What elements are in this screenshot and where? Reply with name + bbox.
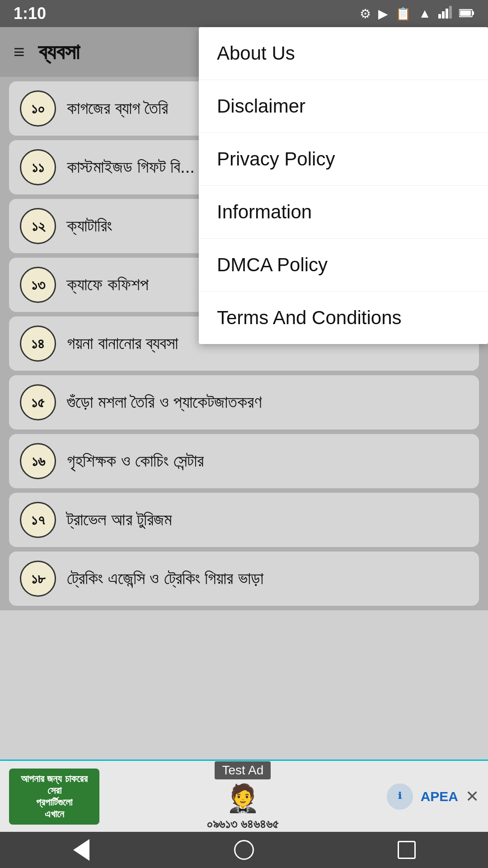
- list-item[interactable]: ১৭ ট্রাভেল আর টুরিজম: [9, 493, 479, 547]
- nav-back-button[interactable]: [63, 836, 99, 863]
- ad-left-text2: প্রপার্টিগুলো: [36, 797, 72, 808]
- list-item[interactable]: ১৮ ট্রেকিং এজেন্সি ও ট্রেকিং গিয়ার ভাড়…: [9, 552, 479, 606]
- item-number-11: ১১: [20, 149, 56, 185]
- item-text-17: ট্রাভেল আর টুরিজম: [67, 510, 172, 530]
- back-icon: [73, 839, 89, 861]
- nav-bar: [0, 832, 488, 868]
- svg-rect-2: [446, 9, 448, 19]
- item-text-10: কাগজের ব্যাগ তৈরি: [67, 99, 168, 118]
- ad-brand-name: APEA: [421, 789, 458, 804]
- item-text-14: গয়না বানানোর ব্যবসা: [67, 334, 178, 354]
- home-icon: [234, 840, 254, 860]
- nav-home-button[interactable]: [226, 836, 262, 863]
- ad-left-section: আপনার জন্য চাকরের সেরা প্রপার্টিগুলো এখা…: [9, 769, 99, 825]
- battery-icon: [459, 6, 474, 21]
- svg-rect-1: [442, 11, 445, 19]
- settings-icon: ⚙: [360, 6, 371, 21]
- item-text-18: ট্রেকিং এজেন্সি ও ট্রেকিং গিয়ার ভাড়া: [67, 569, 263, 589]
- ad-phone: ০৯৬১৩ ৬৪৬৪৬৫: [206, 817, 279, 832]
- item-number-10: ১০: [20, 90, 56, 127]
- svg-rect-5: [472, 11, 474, 15]
- svg-text:ℹ: ℹ: [398, 790, 402, 800]
- item-number-18: ১৮: [20, 561, 56, 597]
- item-number-15: ১৫: [20, 384, 56, 420]
- ad-banner: আপনার জন্য চাকরের সেরা প্রপার্টিগুলো এখা…: [0, 760, 488, 832]
- item-text-16: গৃহশিক্ষক ও কোচিং সেন্টার: [67, 451, 204, 471]
- item-number-16: ১৬: [20, 443, 56, 479]
- svg-rect-0: [438, 14, 441, 19]
- ad-close-button[interactable]: ✕: [465, 787, 479, 806]
- dropdown-menu: About Us Disclaimer Privacy Policy Infor…: [199, 27, 488, 344]
- list-item[interactable]: ১৫ গুঁড়ো মশলা তৈরি ও প্যাকেটজাতকরণ: [9, 375, 479, 429]
- clipboard-icon: 📋: [395, 6, 411, 21]
- item-text-15: গুঁড়ো মশলা তৈরি ও প্যাকেটজাতকরণ: [67, 392, 262, 412]
- svg-rect-3: [449, 6, 452, 19]
- dropdown-item-information[interactable]: Information: [199, 186, 488, 239]
- list-item[interactable]: ১৬ গৃহশিক্ষক ও কোচিং সেন্টার: [9, 434, 479, 488]
- svg-rect-6: [460, 10, 471, 16]
- item-number-13: ১৩: [20, 267, 56, 303]
- item-text-13: ক্যাফে কফিশপ: [67, 275, 149, 295]
- ad-left-text1: আপনার জন্য চাকরের সেরা: [16, 773, 92, 797]
- nav-recent-button[interactable]: [389, 836, 425, 863]
- item-number-17: ১৭: [20, 502, 56, 538]
- status-icons: ⚙ ▶ 📋 ▲: [360, 6, 474, 22]
- wifi-icon: ▲: [418, 6, 431, 21]
- dropdown-item-dmca-policy[interactable]: DMCA Policy: [199, 239, 488, 292]
- dropdown-item-privacy-policy[interactable]: Privacy Policy: [199, 133, 488, 186]
- signal-icon: [438, 6, 452, 22]
- status-time: 1:10: [14, 4, 46, 23]
- app-title: ব্যবসা: [38, 39, 80, 65]
- ad-person-icon: 🤵: [226, 782, 260, 814]
- ad-logo-icon: ℹ: [386, 783, 413, 810]
- dropdown-item-about-us[interactable]: About Us: [199, 27, 488, 80]
- status-bar: 1:10 ⚙ ▶ 📋 ▲: [0, 0, 488, 27]
- ad-test-label: Test Ad: [215, 761, 271, 779]
- ad-left-text3: এখানে: [45, 808, 64, 820]
- dropdown-item-terms-conditions[interactable]: Terms And Conditions: [199, 292, 488, 344]
- hamburger-menu-icon[interactable]: ≡: [14, 41, 25, 63]
- item-text-12: ক্যাটারিং: [67, 216, 112, 236]
- item-text-11: কাস্টমাইজড গিফট বি...: [67, 157, 195, 177]
- dropdown-item-disclaimer[interactable]: Disclaimer: [199, 80, 488, 133]
- recent-icon: [398, 841, 416, 859]
- ad-center-section: Test Ad 🤵 ০৯৬১৩ ৬৪৬৪৬৫: [206, 761, 279, 832]
- play-icon: ▶: [378, 6, 388, 21]
- item-number-12: ১২: [20, 208, 56, 244]
- ad-right-section: ℹ APEA ✕: [386, 783, 479, 810]
- item-number-14: ১৪: [20, 326, 56, 362]
